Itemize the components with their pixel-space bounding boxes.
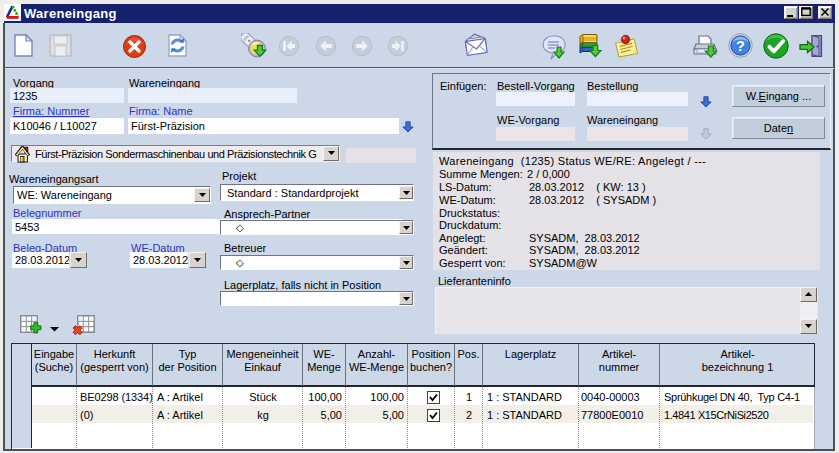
svg-text:?: ? — [736, 38, 745, 54]
